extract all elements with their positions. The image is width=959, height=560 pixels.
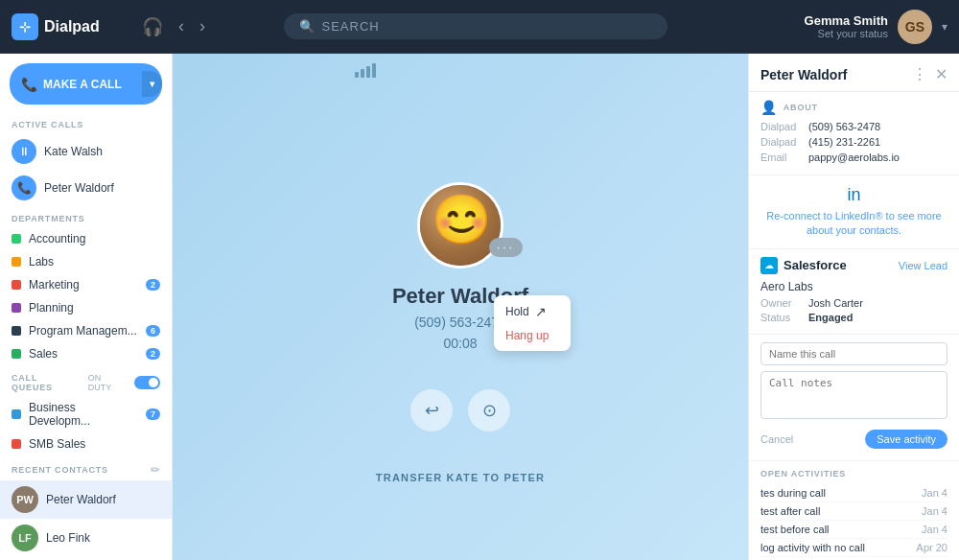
dialpad-logo-icon: ⊹	[12, 13, 38, 40]
main-layout: 📞 MAKE A CALL ▾ ACTIVE CALLS ⏸ Kate Wals…	[0, 54, 959, 560]
open-activities-label: OPEN ACTIVITIES	[760, 469, 947, 478]
hang-up-label: Hang up	[505, 329, 549, 342]
on-duty-toggle[interactable]	[134, 376, 160, 389]
forward-icon[interactable]: ›	[196, 12, 209, 40]
pause-icon: ⏸	[12, 139, 36, 164]
sf-owner-label: Owner	[760, 297, 801, 309]
active-call-name: Peter Waldorf	[44, 181, 114, 195]
dept-name: Accounting	[29, 232, 85, 245]
transfer-banner[interactable]: TRANSFER KATE TO PETER	[376, 472, 545, 483]
dept-badge: 6	[146, 325, 160, 337]
contact-email: Email pappy@aerolabs.io	[760, 152, 947, 163]
queue-name: Business Developm...	[29, 401, 138, 428]
back-icon[interactable]: ‹	[175, 12, 188, 40]
voicemail-button[interactable]: ⊙	[468, 389, 510, 432]
call-log-section: Cancel Save activity	[749, 335, 959, 461]
hang-up-option[interactable]: Hang up	[494, 324, 571, 347]
avatar[interactable]: GS	[898, 10, 932, 44]
hold-option[interactable]: Hold ↗	[494, 299, 571, 324]
dept-program-management[interactable]: Program Managem... 6	[0, 319, 172, 342]
active-call-name: Kate Walsh	[44, 145, 103, 158]
search-icon: 🔍	[299, 19, 315, 34]
salesforce-company: Aero Labs	[760, 280, 947, 293]
call-notes-input[interactable]	[760, 371, 947, 419]
chevron-down-icon[interactable]: ▾	[142, 71, 162, 97]
activity-name: test before call	[760, 524, 830, 535]
dept-name: Labs	[29, 255, 54, 268]
transfer-call-button[interactable]: ↩	[410, 389, 453, 432]
contact-avatar: LF	[12, 525, 38, 551]
search-bar[interactable]: 🔍 SEARCH	[284, 13, 667, 39]
dept-marketing[interactable]: Marketing 2	[0, 273, 172, 296]
make-call-button[interactable]: 📞 MAKE A CALL ▾	[10, 63, 162, 105]
close-icon[interactable]: ✕	[935, 65, 947, 83]
dept-color-dot	[12, 303, 21, 313]
logo-area: ⊹ Dialpad	[12, 13, 127, 40]
search-label: SEARCH	[322, 19, 380, 34]
about-text: ABOUT	[784, 103, 818, 112]
dept-color-dot	[12, 349, 21, 359]
call-queues-label: CALL QUEUES	[12, 373, 81, 392]
dept-color-dot	[12, 326, 21, 336]
activity-name: tes during call	[760, 487, 826, 499]
phone-icon: 📞	[21, 77, 37, 92]
activity-name: log activity with no call	[760, 542, 865, 553]
salesforce-header: ☁ Salesforce View Lead	[760, 257, 947, 274]
recent-contacts-label: RECENT CONTACTS	[12, 465, 108, 475]
about-section: 👤 ABOUT Dialpad (509) 563-2478 Dialpad (…	[749, 92, 959, 175]
contact-peter-waldorf[interactable]: PW Peter Waldorf	[0, 480, 172, 519]
sf-owner-value: Josh Carter	[808, 297, 863, 309]
signal-bar	[372, 63, 376, 78]
signal-bar	[361, 69, 364, 78]
logo-text: Dialpad	[44, 18, 100, 35]
phone-active-icon: 📞	[12, 175, 36, 200]
save-row: Cancel Save activity	[760, 430, 947, 449]
activity-row[interactable]: tes during call Jan 4	[760, 484, 947, 502]
user-name: Gemma Smith	[805, 13, 888, 28]
dept-planning[interactable]: Planning	[0, 296, 172, 319]
contact-leo-fink[interactable]: LF Leo Fink	[0, 519, 172, 557]
contact-type: Dialpad	[760, 136, 801, 148]
chevron-down-icon[interactable]: ▾	[942, 20, 947, 34]
dept-color-dot	[12, 234, 21, 244]
active-call-kate[interactable]: ⏸ Kate Walsh	[0, 133, 172, 170]
dept-labs[interactable]: Labs	[0, 250, 172, 273]
edit-icon[interactable]: ✏	[151, 463, 160, 477]
call-phone-number: (509) 563-2478	[414, 315, 506, 330]
avatar-initials: GS	[905, 19, 924, 35]
sf-status-value: Engaged	[808, 312, 853, 323]
dept-color-dot	[12, 280, 21, 290]
dept-sales[interactable]: Sales 2	[0, 342, 172, 365]
name-this-call-input[interactable]	[760, 342, 947, 365]
contact-value: pappy@aerolabs.io	[808, 152, 900, 163]
more-options-button[interactable]: ···	[489, 238, 523, 257]
queue-biz-dev[interactable]: Business Developm... 7	[0, 396, 172, 432]
salesforce-icon: ☁	[760, 257, 778, 274]
activity-date: Jan 4	[922, 487, 947, 499]
on-duty-label: ON DUTY	[88, 373, 127, 392]
contact-type: Email	[760, 152, 801, 163]
about-label: 👤 ABOUT	[760, 100, 947, 115]
user-info: Gemma Smith Set your status	[805, 13, 888, 39]
signal-bar	[366, 66, 370, 78]
activity-row[interactable]: test before call Jan 4	[760, 521, 947, 539]
activity-row[interactable]: test after call Jan 4	[760, 502, 947, 521]
dept-badge: 2	[146, 348, 160, 360]
topbar: ⊹ Dialpad 🎧 ‹ › 🔍 SEARCH Gemma Smith Set…	[0, 0, 959, 54]
signal-bars	[355, 63, 376, 78]
linkedin-reconnect-text[interactable]: Re-connect to LinkedIn® to see more abou…	[760, 209, 947, 239]
headset-icon[interactable]: 🎧	[138, 12, 167, 41]
call-avatar-wrapper: ··· Hold ↗ Hang up	[417, 182, 503, 268]
dept-accounting[interactable]: Accounting	[0, 227, 172, 250]
call-actions: ↩ ⊙	[410, 389, 510, 432]
hold-icon: ↗	[535, 304, 547, 319]
save-activity-button[interactable]: Save activity	[865, 430, 947, 449]
active-call-peter[interactable]: 📞 Peter Waldorf	[0, 170, 172, 206]
view-lead-link[interactable]: View Lead	[899, 260, 947, 271]
cancel-button[interactable]: Cancel	[760, 433, 793, 445]
queue-smb-sales[interactable]: SMB Sales	[0, 432, 172, 455]
person-icon: 👤	[760, 100, 778, 115]
more-options-icon[interactable]: ⋮	[912, 65, 927, 83]
contact-avatar: PW	[12, 486, 38, 513]
activity-row[interactable]: log activity with no call Apr 20	[760, 539, 947, 557]
